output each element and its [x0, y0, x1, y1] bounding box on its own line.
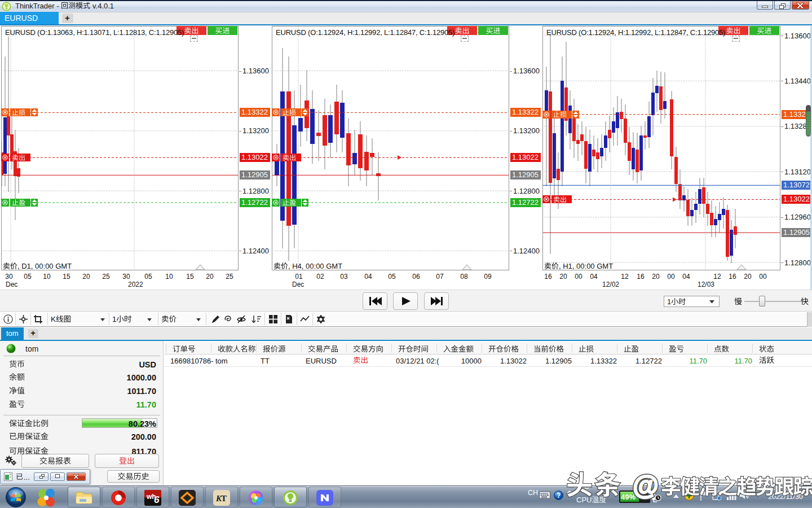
svg-text:?: ? [557, 492, 561, 500]
svg-text:T: T [221, 494, 227, 503]
svg-text:6: 6 [154, 494, 160, 505]
